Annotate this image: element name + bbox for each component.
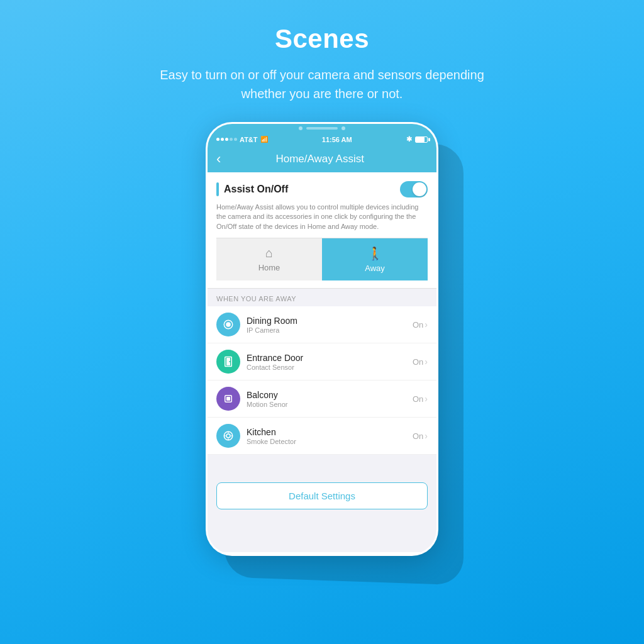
page-title: Scenes (275, 24, 369, 54)
device-status-text-entrance: On (413, 357, 423, 367)
chevron-entrance: › (425, 357, 428, 367)
away-icon: 🚶 (367, 246, 383, 261)
back-button[interactable]: ‹ (216, 151, 221, 167)
device-row[interactable]: Kitchen Smoke Detector On › (208, 418, 436, 455)
smoke-svg (223, 430, 234, 441)
speaker-line (306, 127, 338, 130)
device-type-entrance: Contact Sensor (247, 364, 413, 371)
assist-header: Assist On/Off (216, 181, 428, 197)
mode-tabs: ⌂ Home 🚶 Away (216, 238, 428, 280)
speaker-dot-right (341, 126, 345, 130)
status-right: ✱ (406, 135, 428, 143)
door-svg (223, 356, 234, 367)
device-status-text-balcony: On (413, 394, 423, 404)
signal-dots (216, 138, 237, 141)
tab-home[interactable]: ⌂ Home (216, 238, 322, 280)
device-info-dining: Dining Room IP Camera (247, 316, 413, 334)
assist-card: Assist On/Off Home/Away Assist allows yo… (208, 172, 436, 289)
signal-dot-1 (216, 138, 219, 141)
device-info-entrance: Entrance Door Contact Sensor (247, 353, 413, 371)
device-info-kitchen: Kitchen Smoke Detector (247, 427, 413, 445)
phone-content: Assist On/Off Home/Away Assist allows yo… (208, 172, 436, 552)
page-subtitle: Easy to turn on or off your camera and s… (146, 65, 498, 103)
carrier-label: AT&T (240, 136, 258, 143)
device-status-text-kitchen: On (413, 431, 423, 441)
signal-dot-4 (230, 138, 233, 141)
bluetooth-icon: ✱ (406, 135, 412, 143)
device-status-kitchen: On › (413, 431, 428, 441)
tab-away-label: Away (365, 264, 385, 273)
signal-dot-3 (225, 138, 228, 141)
toggle-knob (413, 182, 426, 196)
chevron-dining: › (425, 319, 428, 330)
device-name-entrance: Entrance Door (247, 353, 413, 363)
chevron-kitchen: › (425, 431, 428, 441)
default-btn-area: Default Settings (208, 474, 436, 518)
tab-home-label: Home (258, 263, 280, 272)
nav-bar: ‹ Home/Away Assist (208, 146, 436, 172)
device-icon-camera (216, 313, 240, 336)
device-list: Dining Room IP Camera On › (208, 306, 436, 455)
device-name-kitchen: Kitchen (247, 427, 413, 437)
assist-description: Home/Away Assist allows you to control m… (216, 203, 428, 231)
signal-dot-2 (221, 138, 224, 141)
phone-top-bar (208, 124, 436, 133)
device-icon-motion (216, 387, 240, 411)
phone-mockup: AT&T 📶 11:56 AM ✱ ‹ Home/Away Assist (206, 122, 438, 556)
device-status-text-dining: On (413, 320, 423, 330)
device-icon-smoke (216, 424, 240, 448)
default-settings-button[interactable]: Default Settings (216, 482, 428, 509)
signal-dot-5 (234, 138, 237, 141)
device-info-balcony: Balcony Motion Senor (247, 390, 413, 408)
tab-away[interactable]: 🚶 Away (322, 238, 428, 280)
status-bar: AT&T 📶 11:56 AM ✱ (208, 133, 436, 146)
speaker-dot-left (299, 126, 303, 130)
assist-title-row: Assist On/Off (216, 182, 288, 196)
device-row[interactable]: Balcony Motion Senor On › (208, 380, 436, 418)
battery-icon (415, 136, 428, 143)
assist-toggle[interactable] (400, 181, 428, 197)
phone-frame: AT&T 📶 11:56 AM ✱ ‹ Home/Away Assist (206, 122, 438, 556)
device-status-entrance: On › (413, 357, 428, 367)
device-status-dining: On › (413, 319, 428, 330)
home-icon: ⌂ (265, 246, 273, 260)
section-header: WHEN YOU ARE AWAY (208, 289, 436, 306)
chevron-balcony: › (425, 394, 428, 404)
motion-svg (223, 393, 234, 404)
device-name-dining: Dining Room (247, 316, 413, 326)
svg-point-3 (229, 361, 230, 362)
status-left: AT&T 📶 (216, 136, 268, 143)
camera-svg (223, 319, 234, 330)
device-row[interactable]: Entrance Door Contact Sensor On › (208, 343, 436, 380)
wifi-icon: 📶 (260, 136, 268, 143)
device-type-kitchen: Smoke Detector (247, 438, 413, 445)
spacer (208, 455, 436, 474)
status-time: 11:56 AM (322, 136, 352, 143)
svg-point-7 (226, 434, 230, 438)
device-type-balcony: Motion Senor (247, 401, 413, 408)
assist-bar (216, 182, 219, 196)
assist-title: Assist On/Off (224, 184, 288, 195)
nav-title: Home/Away Assist (227, 153, 413, 165)
device-status-balcony: On › (413, 394, 428, 404)
battery-fill (416, 137, 425, 142)
device-row[interactable]: Dining Room IP Camera On › (208, 306, 436, 343)
device-icon-door (216, 350, 240, 374)
device-type-dining: IP Camera (247, 326, 413, 334)
svg-rect-5 (226, 397, 230, 401)
device-name-balcony: Balcony (247, 390, 413, 400)
